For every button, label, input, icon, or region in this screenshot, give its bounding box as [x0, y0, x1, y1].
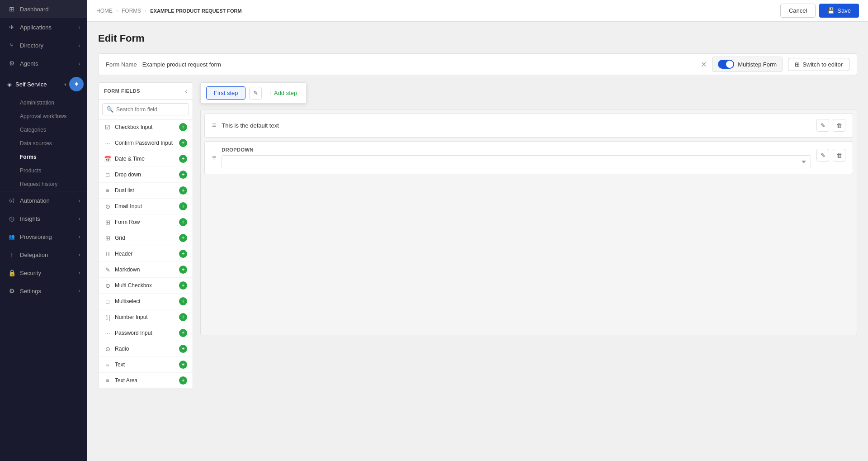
field-item-email-input[interactable]: ⊙ Email Input +: [99, 199, 193, 214]
field-item-dual-list[interactable]: ≡ Dual list +: [99, 183, 193, 199]
steps-bar: First step ✎ + Add step: [200, 82, 307, 104]
sidebar-item-self-service[interactable]: ◈ Self Service ▾ ✦: [0, 72, 87, 96]
field-item-password-input[interactable]: ··· Password Input +: [99, 325, 193, 341]
field-label-header: Header: [115, 251, 132, 257]
sidebar-item-applications[interactable]: ✈ Applications ‹: [0, 18, 87, 36]
sidebar-sub-item-data-sources[interactable]: Data sources: [0, 137, 87, 150]
field-item-number-input[interactable]: 1| Number Input +: [99, 309, 193, 325]
field-item-left: 📅 Date & Time: [104, 155, 145, 162]
sidebar-item-delegation[interactable]: ↑ Delegation ‹: [0, 246, 87, 264]
chevron-down-icon: ▾: [64, 82, 66, 87]
fields-panel-title: FORM FIELDS: [104, 88, 140, 94]
field-item-confirm-password-input[interactable]: ··· Confirm Password Input +: [99, 135, 193, 151]
field-item-multiselect[interactable]: □ Multiselect +: [99, 294, 193, 309]
form-name-input[interactable]: [142, 61, 696, 68]
sidebar-item-label: Self Service: [15, 81, 64, 88]
field-item-date-time[interactable]: 📅 Date & Time +: [99, 151, 193, 167]
field-add-markdown[interactable]: +: [179, 266, 187, 274]
cancel-button[interactable]: Cancel: [780, 4, 816, 18]
chevron-icon: ‹: [79, 25, 80, 30]
automation-icon: ⟨/⟩: [7, 196, 16, 205]
field-add-email-input[interactable]: +: [179, 202, 187, 210]
sidebar-item-insights[interactable]: ◷ Insights ‹: [0, 209, 87, 228]
field-icon-drop-down: □: [104, 171, 111, 178]
field-icon-dual-list: ≡: [104, 187, 111, 194]
step-edit-button[interactable]: ✎: [249, 87, 262, 100]
form-canvas: ≡ This is the default text ✎ 🗑 ≡ DROPDOW…: [200, 109, 857, 335]
sidebar-sub-item-products[interactable]: Products: [0, 164, 87, 177]
field-add-form-row[interactable]: +: [179, 218, 187, 226]
sidebar-sub-item-approval-workflows[interactable]: Approval workflows: [0, 109, 87, 123]
field-add-confirm-password-input[interactable]: +: [179, 139, 187, 147]
sidebar-item-directory[interactable]: ⑂ Directory ‹: [0, 36, 87, 54]
field-add-drop-down[interactable]: +: [179, 171, 187, 179]
field-icon-multi-checkbox: ⊙: [104, 282, 111, 289]
sidebar-item-automation[interactable]: ⟨/⟩ Automation ‹: [0, 191, 87, 209]
sidebar-sub-item-request-history[interactable]: Request history: [0, 177, 87, 191]
field-item-radio[interactable]: ⊙ Radio +: [99, 341, 193, 357]
dropdown-row-top: ≡ DROPDOWN ✎ �: [212, 147, 845, 168]
field-add-grid[interactable]: +: [179, 234, 187, 242]
add-step-button[interactable]: + Add step: [265, 88, 301, 98]
delete-row-button-1[interactable]: 🗑: [833, 119, 845, 132]
delete-row-button-2[interactable]: 🗑: [833, 149, 845, 162]
search-input[interactable]: [116, 106, 185, 113]
sidebar-sub-item-administration[interactable]: Administration: [0, 96, 87, 109]
save-button[interactable]: 💾 Save: [819, 4, 859, 18]
field-item-text[interactable]: ≡ Text +: [99, 357, 193, 373]
sidebar-item-settings[interactable]: ⚙ Settings ‹: [0, 282, 87, 300]
field-add-radio[interactable]: +: [179, 345, 187, 353]
sidebar-item-provisioning[interactable]: 👥 Provisioning ‹: [0, 228, 87, 246]
avatar[interactable]: ✦: [69, 77, 84, 91]
field-add-checkbox-input[interactable]: +: [179, 123, 187, 131]
field-item-header[interactable]: H Header +: [99, 246, 193, 262]
save-label: Save: [837, 7, 851, 14]
field-item-left: ✎ Markdown: [104, 266, 140, 273]
multistep-toggle-container: Multistep Form: [712, 57, 783, 72]
field-label-multi-checkbox: Multi Checkbox: [115, 282, 152, 289]
switch-editor-button[interactable]: ⊞ Switch to editor: [788, 58, 849, 71]
field-label-multiselect: Multiselect: [115, 298, 141, 304]
multistep-toggle[interactable]: [718, 60, 734, 69]
drag-handle-icon[interactable]: ≡: [212, 121, 216, 129]
field-item-left: ☑ Checkbox Input: [104, 124, 152, 131]
breadcrumb-home[interactable]: HOME: [96, 8, 113, 14]
sidebar-item-security[interactable]: 🔒 Security ‹: [0, 264, 87, 282]
field-add-text[interactable]: +: [179, 361, 187, 369]
field-item-text-area[interactable]: ≡ Text Area +: [99, 373, 193, 389]
field-item-grid[interactable]: ⊞ Grid +: [99, 230, 193, 246]
field-add-text-area[interactable]: +: [179, 376, 187, 385]
drag-handle-icon-2[interactable]: ≡: [212, 154, 216, 162]
settings-icon: ⚙: [7, 286, 16, 295]
edit-row-button-2[interactable]: ✎: [816, 149, 829, 162]
collapse-icon[interactable]: ‹: [185, 87, 187, 95]
clear-icon[interactable]: ✕: [701, 60, 707, 69]
step-tab-first[interactable]: First step: [206, 86, 245, 100]
field-item-markdown[interactable]: ✎ Markdown +: [99, 262, 193, 278]
field-label-drop-down: Drop down: [115, 171, 141, 178]
field-add-multi-checkbox[interactable]: +: [179, 281, 187, 290]
field-item-form-row[interactable]: ⊞ Form Row +: [99, 214, 193, 230]
field-item-drop-down[interactable]: □ Drop down +: [99, 167, 193, 183]
edit-row-button-1[interactable]: ✎: [816, 119, 829, 132]
sidebar-item-label: Dashboard: [20, 6, 80, 13]
field-icon-confirm-password-input: ···: [104, 139, 111, 147]
sidebar-sub-item-forms[interactable]: Forms: [0, 150, 87, 164]
dropdown-select[interactable]: [222, 155, 811, 168]
field-add-password-input[interactable]: +: [179, 329, 187, 337]
sidebar-item-dashboard[interactable]: ⊞ Dashboard: [0, 0, 87, 18]
canvas-area: First step ✎ + Add step ≡ This is the de…: [200, 82, 857, 389]
breadcrumb-forms[interactable]: FORMS: [122, 8, 141, 14]
field-add-multiselect[interactable]: +: [179, 297, 187, 305]
field-add-dual-list[interactable]: +: [179, 186, 187, 195]
sidebar-item-agents[interactable]: ⚙ Agents ‹: [0, 54, 87, 72]
field-add-header[interactable]: +: [179, 250, 187, 258]
field-item-left: ⊙ Multi Checkbox: [104, 282, 152, 289]
field-item-checkbox-input[interactable]: ☑ Checkbox Input +: [99, 119, 193, 135]
sidebar-item-label: Automation: [20, 197, 79, 204]
sidebar-sub-item-categories[interactable]: Categories: [0, 123, 87, 137]
form-editor: FORM FIELDS ‹ 🔍 ☑ Checkbox Input + ··· C…: [98, 82, 857, 389]
field-add-number-input[interactable]: +: [179, 313, 187, 321]
field-item-multi-checkbox[interactable]: ⊙ Multi Checkbox +: [99, 278, 193, 294]
field-add-date-time[interactable]: +: [179, 155, 187, 163]
